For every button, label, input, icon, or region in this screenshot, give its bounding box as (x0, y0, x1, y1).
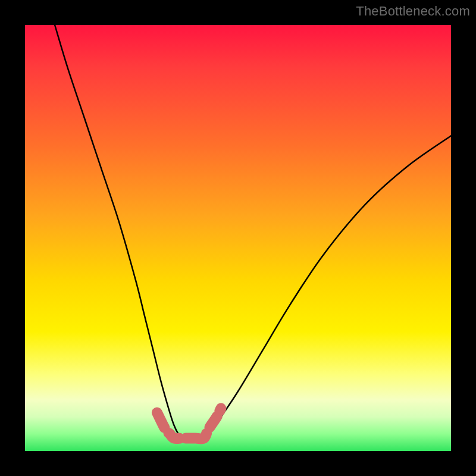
chart-frame: TheBottleneck.com (0, 0, 476, 476)
curve-highlight (157, 408, 221, 439)
curve-main (55, 25, 451, 439)
chart-svg (25, 25, 451, 451)
watermark-text: TheBottleneck.com (356, 4, 470, 19)
plot-area (25, 25, 451, 451)
